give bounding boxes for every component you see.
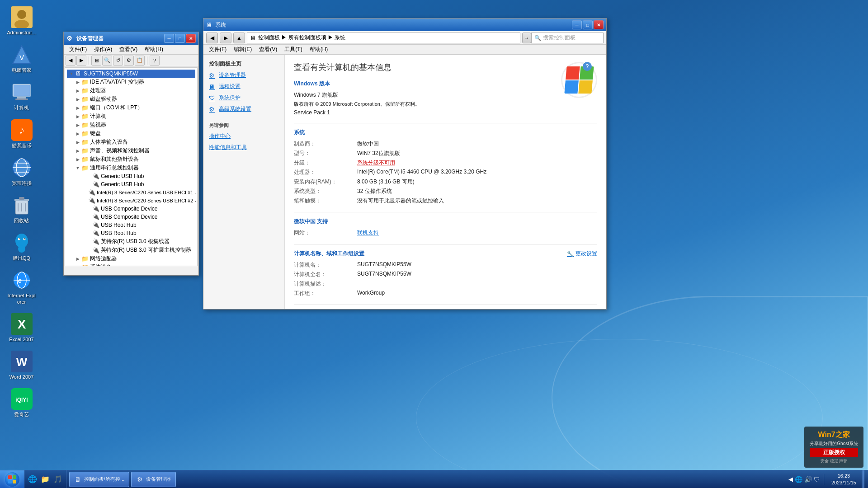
taskbar-show-desktop-btn[interactable]	[862, 470, 864, 488]
toolbar-btn-forward[interactable]: ▶	[76, 56, 86, 66]
tree-item-hid[interactable]: ▶ 📁 人体学输入设备	[74, 138, 195, 146]
tree-expand-ide[interactable]: ▶	[74, 79, 81, 86]
tree-item-usb[interactable]: ▼ 📁 通用串行总线控制器	[74, 164, 195, 172]
taskbar-explorer-quick[interactable]: 📁	[39, 475, 52, 483]
tree-item-computer[interactable]: ▶ 📁 计算机	[74, 112, 195, 121]
toolbar-btn-help[interactable]: ?	[150, 56, 160, 66]
device-manager-menu-file[interactable]: 文件(F)	[66, 45, 90, 55]
tree-item-generic-hub-1[interactable]: ▶ 🔌 Generic USB Hub	[85, 172, 195, 180]
control-panel-titlebar[interactable]: 🖥 系统 ─ □ ✕	[203, 19, 606, 31]
tree-item-keyboard[interactable]: ▶ 📁 键盘	[74, 129, 195, 138]
tree-expand-root[interactable]: ▼	[68, 70, 75, 77]
device-manager-restore-btn[interactable]: □	[175, 34, 185, 43]
desktop-icon-network[interactable]: 宽带连接	[5, 155, 38, 188]
device-manager-titlebar[interactable]: ⚙ 设备管理器 ─ □ ✕	[64, 32, 198, 45]
cp-sidebar-link-performance[interactable]: 性能信息和工具	[203, 142, 284, 153]
tray-security-icon[interactable]: 🛡	[814, 476, 820, 483]
desktop-icon-administrator[interactable]: Administrat...	[5, 5, 38, 38]
tree-expand-cpu[interactable]: ▶	[74, 87, 81, 94]
toolbar-btn-3[interactable]: ↺	[113, 56, 123, 66]
cp-minimize-btn[interactable]: ─	[572, 20, 582, 29]
cp-sidebar-link-action-center[interactable]: 操作中心	[203, 131, 284, 142]
tree-item-system[interactable]: ▶ 📁 系统设备	[74, 263, 195, 266]
cp-sidebar-link-device-manager[interactable]: ⚙ 设备管理器	[203, 70, 284, 81]
tray-volume-icon[interactable]: 🔊	[804, 476, 812, 483]
desktop-icon-ie[interactable]: e Internet Explorer	[5, 267, 38, 306]
toolbar-btn-4[interactable]: ⚙	[124, 56, 134, 66]
tree-expand-keyboard[interactable]: ▶	[74, 130, 81, 137]
cp-website-value[interactable]: 联机支持	[357, 229, 379, 237]
tree-item-usb-composite-2[interactable]: ▶ 🔌 USB Composite Device	[85, 213, 195, 221]
device-manager-menu-action[interactable]: 操作(A)	[90, 45, 116, 55]
desktop-icon-word[interactable]: W Word 2007	[5, 349, 38, 382]
cp-menu-help[interactable]: 帮助(H)	[306, 45, 332, 55]
desktop-icon-excel[interactable]: X Excel 2007	[5, 311, 38, 344]
desktop-icon-trash[interactable]: 回收站	[5, 192, 38, 225]
toolbar-btn-1[interactable]: 🖥	[91, 56, 101, 66]
tree-item-mouse[interactable]: ▶ 📁 鼠标和其他指针设备	[74, 155, 195, 164]
cp-rating-value[interactable]: 系统分级不可用	[357, 159, 395, 167]
cp-help-btn[interactable]: ?	[583, 62, 592, 71]
taskbar-item-device-manager[interactable]: ⚙ 设备管理器	[131, 472, 176, 487]
tree-item-usb-root-1[interactable]: ▶ 🔌 USB Root Hub	[85, 221, 195, 229]
desktop-icon-kuwomusic[interactable]: ♪ 酷我音乐	[5, 117, 38, 150]
toolbar-btn-5[interactable]: 📋	[135, 56, 145, 66]
desktop-icon-qq[interactable]: 腾讯QQ	[5, 230, 38, 263]
device-manager-menu-help[interactable]: 帮助(H)	[141, 45, 167, 55]
cp-sidebar-link-protection[interactable]: 🛡 系统保护	[203, 92, 284, 103]
cp-up-btn[interactable]: ▲	[233, 33, 245, 43]
tree-expand-hid[interactable]: ▶	[74, 139, 81, 146]
tree-item-generic-hub-2[interactable]: ▶ 🔌 Generic USB Hub	[85, 180, 195, 188]
cp-change-settings-link[interactable]: 🔧 更改设置	[567, 250, 597, 258]
cp-sidebar-link-advanced[interactable]: ⚙ 高级系统设置	[203, 103, 284, 115]
tray-network-icon[interactable]: 🌐	[795, 476, 802, 483]
tree-item-intel-ehci1[interactable]: ▶ 🔌 Intel(R) 8 Series/C220 Series USB EH…	[85, 188, 195, 197]
cp-menu-tools[interactable]: 工具(T)	[281, 45, 306, 55]
tree-item-network[interactable]: ▶ 📁 网络适配器	[74, 254, 195, 263]
tree-item-disk[interactable]: ▶ 📁 磁盘驱动器	[74, 95, 195, 103]
device-manager-close-btn[interactable]: ✕	[186, 34, 196, 43]
taskbar-clock[interactable]: 16:23 2023/11/15	[828, 473, 860, 486]
desktop-icon-computer[interactable]: 计算机	[5, 80, 38, 113]
taskbar-ie-quick[interactable]: 🌐	[26, 475, 39, 483]
cp-search-box[interactable]: 🔍 搜索控制面板	[531, 33, 604, 43]
cp-close-btn[interactable]: ✕	[594, 20, 604, 29]
tree-root-node[interactable]: ▼ 🖥 SUGT7NSQMKIP55W	[67, 70, 195, 78]
cp-sidebar-link-remote[interactable]: 🖥 远程设置	[203, 81, 284, 92]
toolbar-btn-2[interactable]: 🔍	[102, 56, 112, 66]
tree-expand-usb[interactable]: ▼	[74, 164, 81, 172]
tree-item-intel-ehci2[interactable]: ▶ 🔌 Intel(R) 8 Series/C220 Series USB EH…	[85, 197, 195, 205]
taskbar-start-btn[interactable]	[0, 470, 24, 488]
tree-expand-disk[interactable]: ▶	[74, 96, 81, 103]
tree-item-usb-root-2[interactable]: ▶ 🔌 USB Root Hub	[85, 229, 195, 237]
taskbar-item-control-panel[interactable]: 🖥 控制面板\所有控...	[69, 472, 129, 487]
tree-item-ports[interactable]: ▶ 📁 端口（COM 和 LPT）	[74, 103, 195, 112]
cp-search-go-btn[interactable]: →	[522, 33, 531, 43]
tree-expand-monitor[interactable]: ▶	[74, 122, 81, 129]
cp-back-btn[interactable]: ◀	[206, 33, 218, 43]
tree-item-audio[interactable]: ▶ 📁 声音、视频和游戏控制器	[74, 146, 195, 155]
cp-menu-edit[interactable]: 编辑(E)	[230, 45, 255, 55]
tree-item-cpu[interactable]: ▶ 📁 处理器	[74, 86, 195, 95]
tree-item-monitor[interactable]: ▶ 📁 监视器	[74, 121, 195, 129]
tree-expand-mouse[interactable]: ▶	[74, 156, 81, 163]
device-manager-tree[interactable]: ▼ 🖥 SUGT7NSQMKIP55W ▶ 📁 IDE ATA/ATAPI 控制…	[65, 67, 198, 266]
tree-item-intel-usb30-2[interactable]: ▶ 🔌 英特尔(R) USB 3.0 可扩展主机控制器	[85, 246, 195, 254]
taskbar-media-quick[interactable]: 🎵	[52, 475, 64, 483]
desktop-icon-iqiyi[interactable]: iQIYI 爱奇艺	[5, 386, 38, 419]
tree-expand-ports[interactable]: ▶	[74, 104, 81, 112]
cp-address-box[interactable]: 🖥 控制面板 ▶ 所有控制面板项 ▶ 系统	[247, 33, 520, 43]
tree-expand-computer[interactable]: ▶	[74, 113, 81, 120]
cp-forward-btn[interactable]: ▶	[220, 33, 231, 43]
device-manager-menu-view[interactable]: 查看(V)	[116, 45, 141, 55]
cp-menu-file[interactable]: 文件(F)	[205, 45, 230, 55]
cp-restore-btn[interactable]: □	[583, 20, 593, 29]
tree-expand-system[interactable]: ▶	[74, 264, 81, 267]
tray-hide-btn[interactable]: ◀	[788, 476, 793, 483]
toolbar-btn-back[interactable]: ◀	[66, 56, 75, 66]
cp-menu-view[interactable]: 查看(V)	[255, 45, 281, 55]
tree-item-usb-composite-1[interactable]: ▶ 🔌 USB Composite Device	[85, 205, 195, 213]
device-manager-minimize-btn[interactable]: ─	[164, 34, 174, 43]
tree-expand-network[interactable]: ▶	[74, 255, 81, 263]
tree-item-ide[interactable]: ▶ 📁 IDE ATA/ATAPI 控制器	[74, 78, 195, 86]
